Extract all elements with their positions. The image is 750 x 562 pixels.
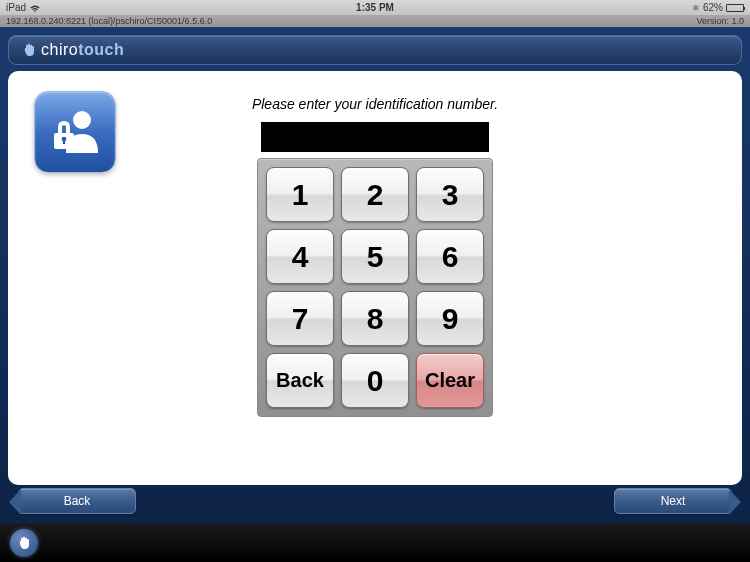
nav-bar: Back Next bbox=[18, 488, 732, 514]
back-button-label: Back bbox=[64, 494, 91, 508]
keypad-6[interactable]: 6 bbox=[416, 229, 484, 284]
header-bar: chirotouch bbox=[8, 35, 742, 65]
keypad-3[interactable]: 3 bbox=[416, 167, 484, 222]
keypad-0[interactable]: 0 bbox=[341, 353, 409, 408]
logo: chirotouch bbox=[41, 41, 124, 59]
logo-part1: chiro bbox=[41, 41, 78, 59]
ios-status-bar: iPad 1:35 PM ✱ 62% bbox=[0, 0, 750, 15]
bottom-dock bbox=[0, 524, 750, 562]
keypad-back[interactable]: Back bbox=[266, 353, 334, 408]
keypad: 1 2 3 4 5 6 7 8 9 Back 0 Clear bbox=[257, 158, 493, 417]
keypad-2[interactable]: 2 bbox=[341, 167, 409, 222]
url-bar: 192.168.0.240:8221 (local)/pschiro/CIS00… bbox=[0, 15, 750, 27]
clock: 1:35 PM bbox=[356, 2, 394, 13]
bluetooth-icon: ✱ bbox=[692, 3, 700, 13]
keypad-5[interactable]: 5 bbox=[341, 229, 409, 284]
app-frame: chirotouch Please enter your identificat… bbox=[0, 27, 750, 524]
version-label: Version: 1.0 bbox=[696, 16, 744, 26]
prompt-text: Please enter your identification number. bbox=[28, 96, 722, 112]
logo-part2: touch bbox=[78, 41, 124, 59]
battery-percent: 62% bbox=[703, 2, 723, 13]
back-button[interactable]: Back bbox=[18, 488, 136, 514]
keypad-clear[interactable]: Clear bbox=[416, 353, 484, 408]
svg-point-0 bbox=[73, 111, 91, 129]
next-button-label: Next bbox=[661, 494, 686, 508]
pin-input-display bbox=[261, 122, 489, 152]
dock-hand-icon[interactable] bbox=[10, 529, 38, 557]
keypad-8[interactable]: 8 bbox=[341, 291, 409, 346]
lock-user-icon bbox=[34, 91, 116, 173]
server-path: 192.168.0.240:8221 (local)/pschiro/CIS00… bbox=[6, 16, 212, 26]
battery-icon bbox=[726, 4, 744, 12]
svg-rect-3 bbox=[63, 139, 65, 144]
wifi-icon bbox=[30, 4, 40, 12]
next-button[interactable]: Next bbox=[614, 488, 732, 514]
hand-icon bbox=[21, 42, 37, 58]
keypad-1[interactable]: 1 bbox=[266, 167, 334, 222]
keypad-4[interactable]: 4 bbox=[266, 229, 334, 284]
keypad-9[interactable]: 9 bbox=[416, 291, 484, 346]
content-panel: Please enter your identification number.… bbox=[8, 71, 742, 485]
device-label: iPad bbox=[6, 2, 26, 13]
keypad-7[interactable]: 7 bbox=[266, 291, 334, 346]
